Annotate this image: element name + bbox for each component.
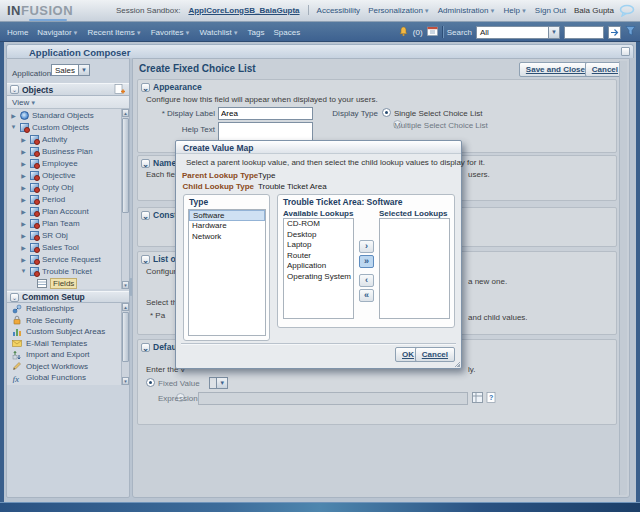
lookup-item[interactable]: Operating System: [284, 272, 353, 283]
type-option-hardware[interactable]: Hardware: [189, 221, 265, 232]
administration-menu[interactable]: Administration▼: [438, 6, 496, 15]
nav-recent-items[interactable]: Recent Items▼: [88, 28, 142, 37]
lookup-item[interactable]: Router: [284, 251, 353, 262]
fixed-value-radio[interactable]: [146, 378, 155, 387]
expand-icon[interactable]: ▶: [20, 232, 27, 239]
main-scrollbar-track[interactable]: [619, 61, 627, 495]
tree-node-sales-tool[interactable]: ▶ Sales Tool: [7, 241, 129, 253]
tree-node-service-request[interactable]: ▶ Service Request: [7, 253, 129, 265]
fixed-value-select[interactable]: ▼: [209, 377, 228, 389]
collapse-section-icon[interactable]: [141, 83, 150, 92]
resize-handle[interactable]: [454, 361, 460, 367]
tree-node-sr-obj[interactable]: ▶ SR Obj: [7, 229, 129, 241]
collapse-icon[interactable]: ▼: [10, 124, 17, 130]
scrollbar-thumb[interactable]: [122, 312, 129, 362]
collapse-section-icon[interactable]: [10, 293, 19, 302]
scroll-down-icon[interactable]: ▼: [122, 281, 129, 289]
type-option-network[interactable]: Network: [189, 232, 265, 243]
lookup-item[interactable]: Application: [284, 261, 353, 272]
expand-icon[interactable]: ▶: [20, 244, 27, 251]
common-setup-item-custom-subject-areas[interactable]: Custom Subject Areas: [7, 326, 129, 338]
tree-node-business-plan[interactable]: ▶ Business Plan: [7, 145, 129, 157]
common-setup-item-global-functions[interactable]: fx Global Functions: [7, 372, 129, 384]
tree-node-objective[interactable]: ▶ Objective: [7, 169, 129, 181]
tree-scrollbar[interactable]: ▲ ▼: [121, 109, 129, 289]
selected-lookups-list[interactable]: [379, 218, 450, 319]
search-go-button[interactable]: [608, 26, 621, 39]
nav-home[interactable]: Home: [7, 28, 28, 37]
collapse-section-icon[interactable]: [141, 343, 150, 352]
single-select-radio[interactable]: [382, 108, 391, 117]
expand-icon[interactable]: ▶: [20, 184, 27, 191]
tree-node-trouble-ticket[interactable]: ▼ Trouble Ticket: [7, 265, 129, 277]
expand-icon[interactable]: ▶: [20, 196, 27, 203]
expand-icon[interactable]: ▶: [20, 208, 27, 215]
common-setup-item-role-security[interactable]: Role Security: [7, 315, 129, 327]
search-input[interactable]: [564, 26, 604, 39]
nav-tags[interactable]: Tags: [248, 28, 265, 37]
common-setup-item-email-templates[interactable]: E-Mail Templates: [7, 338, 129, 350]
help-icon[interactable]: ?: [486, 392, 497, 405]
tree-node-custom-objects[interactable]: ▼ Custom Objects: [7, 121, 129, 133]
scrollbar-thumb[interactable]: [122, 118, 129, 213]
collapse-icon[interactable]: ▼: [20, 268, 27, 274]
accessibility-link[interactable]: Accessibility: [317, 6, 361, 15]
scroll-up-icon[interactable]: ▲: [122, 303, 129, 311]
appearance-section-header[interactable]: Appearance: [141, 82, 202, 92]
expression-input[interactable]: [198, 392, 468, 405]
tree-node-opty-obj[interactable]: ▶ Opty Obj: [7, 181, 129, 193]
nav-navigator[interactable]: Navigator▼: [37, 28, 78, 37]
common-setup-item-relationships[interactable]: Relationships: [7, 303, 129, 315]
search-scope-select[interactable]: All ▼: [476, 26, 560, 39]
tree-node-plan-team[interactable]: ▶ Plan Team: [7, 217, 129, 229]
tree-node-activity[interactable]: ▶ Activity: [7, 133, 129, 145]
scroll-up-icon[interactable]: ▲: [122, 109, 129, 117]
remove-all-button[interactable]: «: [359, 289, 374, 302]
common-setup-header[interactable]: Common Setup: [7, 291, 129, 303]
session-sandbox-link[interactable]: ApplCoreLongSB_BalaGupta: [188, 6, 299, 15]
new-object-icon[interactable]: [114, 83, 126, 97]
panel-collapse-button[interactable]: [621, 47, 630, 56]
common-setup-item-object-workflows[interactable]: Object Workflows: [7, 361, 129, 373]
collapse-section-icon[interactable]: [141, 211, 150, 220]
collapse-section-icon[interactable]: [141, 255, 150, 264]
notifications-bell-icon[interactable]: [398, 26, 409, 39]
expand-icon[interactable]: ▶: [20, 160, 27, 167]
chat-icon[interactable]: [619, 4, 635, 19]
lookup-item[interactable]: CD-ROM: [284, 219, 353, 230]
expand-icon[interactable]: ▶: [20, 220, 27, 227]
dialog-titlebar[interactable]: Create Value Map: [176, 141, 461, 154]
tree-node-plan-account[interactable]: ▶ Plan Account: [7, 205, 129, 217]
expand-icon[interactable]: ▶: [20, 256, 27, 263]
save-and-close-button[interactable]: Save and Close: [519, 62, 592, 77]
collapse-section-icon[interactable]: [141, 159, 150, 168]
nav-watchlist[interactable]: Watchlist▼: [200, 28, 239, 37]
move-selected-button[interactable]: ›: [359, 240, 374, 253]
common-setup-item-import-export[interactable]: Import and Export: [7, 349, 129, 361]
expression-editor-icon[interactable]: [472, 392, 483, 405]
advanced-search-icon[interactable]: [625, 25, 636, 39]
calendar-icon[interactable]: [427, 26, 438, 38]
scroll-down-icon[interactable]: ▼: [122, 377, 129, 385]
expand-icon[interactable]: ▶: [20, 172, 27, 179]
lookup-item[interactable]: Laptop: [284, 240, 353, 251]
collapse-section-icon[interactable]: [10, 85, 19, 94]
name-section-header[interactable]: Name: [141, 158, 176, 168]
help-menu[interactable]: Help▼: [503, 6, 526, 15]
list-scrollbar[interactable]: ▲ ▼: [121, 303, 129, 385]
nav-spaces[interactable]: Spaces: [274, 28, 301, 37]
tree-node-fields[interactable]: Fields: [7, 277, 129, 289]
expand-icon[interactable]: ▶: [20, 148, 27, 155]
nav-favorites[interactable]: Favorites▼: [151, 28, 191, 37]
move-all-button[interactable]: »: [359, 255, 374, 268]
application-select[interactable]: Sales ▼: [51, 64, 90, 76]
lookup-item[interactable]: Desktop: [284, 230, 353, 241]
expand-icon[interactable]: ▶: [10, 112, 17, 119]
dialog-cancel-button[interactable]: Cancel: [415, 347, 455, 362]
objects-panel-header[interactable]: Objects: [7, 83, 129, 96]
remove-selected-button[interactable]: ‹: [359, 274, 374, 287]
view-menu-button[interactable]: View▼: [12, 98, 36, 107]
tree-node-period[interactable]: ▶ Period: [7, 193, 129, 205]
expand-icon[interactable]: ▶: [20, 136, 27, 143]
sign-out-link[interactable]: Sign Out: [535, 6, 566, 15]
